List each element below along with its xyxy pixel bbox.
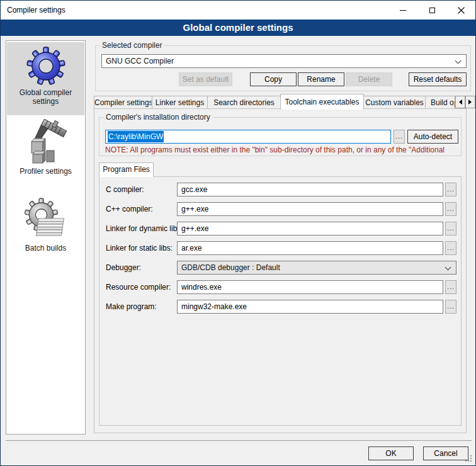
cpp-compiler-label: C++ compiler: (106, 202, 153, 216)
auto-detect-button[interactable]: Auto-detect (407, 130, 458, 144)
linker-dynamic-browse-button[interactable]: ... (445, 222, 456, 236)
rename-button[interactable]: Rename (298, 72, 344, 86)
maximize-icon (429, 8, 435, 13)
compiler-select-value: GNU GCC Compiler (106, 57, 174, 65)
tab-toolchain-executables[interactable]: Toolchain executables (280, 94, 364, 110)
linker-static-browse-button[interactable]: ... (445, 241, 456, 255)
c-compiler-label: C compiler: (106, 183, 144, 196)
selected-compiler-legend: Selected compiler (100, 41, 164, 50)
tab-custom-variables[interactable]: Custom variables (363, 96, 426, 109)
sidebar-item-label: Global compiler settings (7, 87, 84, 108)
installation-directory-browse-button[interactable]: ... (394, 130, 405, 144)
tab-scroll-right-button[interactable] (465, 96, 475, 108)
reset-defaults-button[interactable]: Reset defaults (409, 72, 467, 86)
tab-build-options[interactable]: Build options (425, 96, 455, 109)
compiler-settings-window: Compiler settings Global compiler settin… (0, 0, 476, 466)
sidebar-item-profiler-settings[interactable]: Profiler settings (7, 118, 84, 187)
settings-category-list: Global compiler settings (6, 40, 86, 435)
dialog-body: Global compiler settings (1, 36, 475, 465)
cpp-compiler-browse-button[interactable]: ... (445, 202, 456, 216)
resource-compiler-input[interactable] (177, 280, 443, 294)
linker-static-input[interactable] (177, 241, 443, 255)
debugger-select-value: GDB/CDB debugger : Default (181, 263, 280, 272)
minimize-icon (400, 10, 406, 11)
resize-grip[interactable] (470, 460, 472, 462)
installation-directory-input[interactable]: C:\raylib\MinGW (105, 130, 391, 144)
installation-directory-note: NOTE: All programs must exist either in … (105, 145, 458, 154)
arrow-right-icon (468, 99, 474, 105)
footer-separator (6, 440, 472, 441)
installation-directory-legend: Compiler's installation directory (104, 113, 212, 122)
program-files-form: C compiler: ... C++ compiler: ... Linker… (99, 176, 462, 426)
sidebar-item-global-compiler-settings[interactable]: Global compiler settings (7, 42, 84, 115)
minimize-button[interactable] (388, 1, 417, 20)
close-button[interactable] (446, 1, 475, 20)
resource-compiler-label: Resource compiler: (106, 280, 171, 294)
make-program-browse-button[interactable]: ... (445, 300, 456, 314)
make-program-label: Make program: (106, 300, 157, 314)
debugger-select[interactable]: GDB/CDB debugger : Default (177, 261, 456, 275)
tab-scroll-left-button[interactable] (455, 96, 465, 108)
arrow-left-icon (456, 99, 462, 105)
sidebar-item-label: Profiler settings (7, 166, 84, 178)
linker-dynamic-input[interactable] (177, 222, 443, 236)
sidebar-item-batch-builds[interactable]: Batch builds (7, 196, 84, 264)
chevron-down-icon (455, 58, 462, 64)
subtab-program-files[interactable]: Program Files (99, 162, 154, 177)
close-icon (458, 7, 465, 14)
compiler-select[interactable]: GNU GCC Compiler (101, 54, 467, 68)
caption-buttons (388, 1, 475, 20)
chevron-down-icon (445, 264, 451, 271)
compiler-gear-blue-icon (26, 45, 66, 87)
linker-dynamic-label: Linker for dynamic libs: (106, 222, 183, 236)
tab-linker-settings[interactable]: Linker settings (152, 96, 208, 109)
debugger-label: Debugger: (106, 261, 141, 275)
batch-builds-gear-icon (24, 197, 68, 242)
title-bar: Compiler settings (1, 1, 475, 20)
resource-compiler-browse-button[interactable]: ... (445, 280, 456, 294)
make-program-input[interactable] (177, 300, 443, 314)
c-compiler-input[interactable] (177, 183, 443, 196)
profiler-caliper-icon (24, 119, 68, 166)
window-title: Compiler settings (7, 1, 65, 20)
ok-button[interactable]: OK (368, 446, 414, 460)
copy-button[interactable]: Copy (250, 72, 297, 86)
linker-static-label: Linker for static libs: (106, 241, 173, 255)
page-title: Global compiler settings (1, 20, 475, 36)
tab-search-directories[interactable]: Search directories (207, 96, 281, 109)
cancel-button[interactable]: Cancel (423, 446, 468, 460)
tab-compiler-settings[interactable]: Compiler settings (94, 96, 152, 109)
set-as-default-button: Set as default (179, 72, 232, 86)
delete-button: Delete (346, 72, 392, 86)
maximize-button[interactable] (417, 1, 446, 20)
cpp-compiler-input[interactable] (177, 202, 443, 216)
installation-directory-value: C:\raylib\MinGW (108, 131, 164, 142)
sidebar-item-label: Batch builds (7, 242, 84, 255)
c-compiler-browse-button[interactable]: ... (445, 183, 456, 196)
